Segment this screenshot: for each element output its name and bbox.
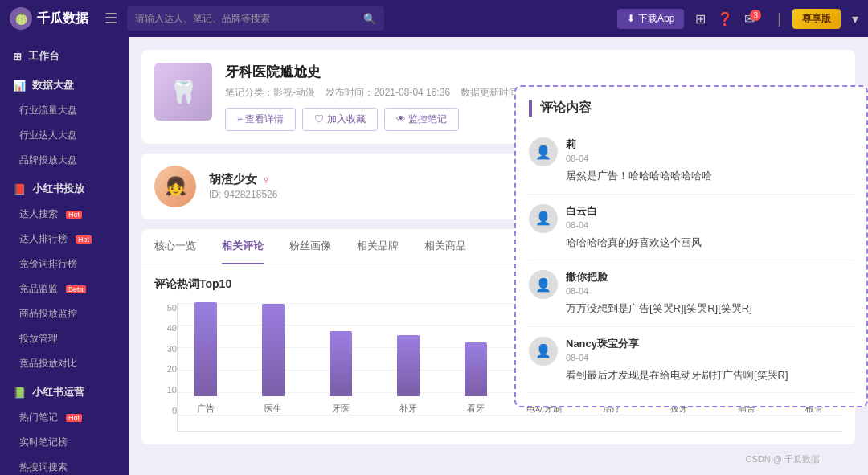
notification-icon[interactable]: ✉3: [744, 11, 766, 27]
tab-comments[interactable]: 相关评论: [222, 229, 264, 264]
download-icon: ⬇: [627, 13, 635, 24]
sidebar-item-competitor-monitor-label: 竞品监监: [19, 282, 58, 296]
tab-fans[interactable]: 粉丝画像: [289, 229, 331, 264]
y-label-30: 30: [154, 344, 177, 354]
comment-date: 08-04: [566, 286, 854, 296]
comment-body: 撒你把脸08-04万万没想到是广告[笑哭R][笑哭R][笑哭R]: [566, 270, 854, 317]
comments-list: 👤莉08-04居然是广告！哈哈哈哈哈哈哈哈👤白云白08-04哈哈哈哈真的好喜欢这…: [529, 128, 854, 393]
comment-panel: 评论内容 👤莉08-04居然是广告！哈哈哈哈哈哈哈哈👤白云白08-04哈哈哈哈真…: [514, 85, 868, 407]
y-label-10: 10: [154, 385, 177, 395]
author-verified-icon: ♀: [262, 174, 271, 186]
author-id: ID: 9428218526: [209, 189, 277, 200]
sidebar-item-workbench-label: 工作台: [28, 49, 59, 63]
comment-username: 撒你把脸: [566, 270, 854, 285]
bar-label-补牙: 补牙: [399, 403, 417, 415]
sidebar-item-realtime-notes-label: 实时笔记榜: [19, 436, 68, 449]
sidebar-item-delivery-manage[interactable]: 投放管理: [0, 326, 129, 351]
bar-label-医生: 医生: [264, 403, 282, 415]
sidebar-item-workbench[interactable]: ⊞ 工作台: [0, 43, 129, 69]
comment-text: 万万没想到是广告[笑哭R][笑哭R][笑哭R]: [566, 301, 854, 317]
bar-医生: [262, 304, 285, 396]
grid-icon[interactable]: ⊞: [695, 11, 706, 27]
bar-label-广告: 广告: [197, 403, 215, 415]
sidebar-item-hot-notes-label: 热门笔记: [19, 411, 58, 424]
comment-item: 👤白云白08-04哈哈哈哈真的好喜欢这个画风: [529, 195, 854, 261]
add-to-collect-button[interactable]: ♡ 加入收藏: [302, 108, 377, 131]
sidebar-item-industry-kol-label: 行业达人大盘: [19, 129, 77, 142]
sidebar-item-kol-search[interactable]: 达人搜索 Hot: [0, 202, 129, 227]
new-badge-competitor: Beta: [66, 285, 86, 293]
bar-group: 广告: [178, 302, 234, 415]
bar-牙医: [330, 331, 352, 396]
sidebar-item-delivery-control[interactable]: 商品投放监控: [0, 301, 129, 326]
xhs-delivery-icon: 📕: [13, 183, 26, 195]
view-detail-button[interactable]: ≡ 查看详情: [225, 108, 296, 131]
y-label-0: 0: [154, 406, 177, 416]
comment-panel-title: 评论内容: [529, 100, 854, 117]
bar-group: 看牙: [448, 302, 504, 415]
menu-icon[interactable]: ☰: [104, 10, 117, 27]
tab-products[interactable]: 相关商品: [424, 229, 466, 264]
author-name: 胡渣少女 ♀: [209, 172, 277, 187]
y-label-20: 20: [154, 364, 177, 374]
bar-group: 补牙: [380, 302, 436, 415]
notification-badge: 3: [750, 10, 761, 21]
comment-item: 👤Nancy珠宝分享08-04看到最后才发现是在给电动牙刷打广告啊[笑哭R]: [529, 327, 854, 394]
sidebar-item-industry-flow[interactable]: 行业流量大盘: [0, 98, 129, 123]
bar-补牙: [397, 335, 420, 396]
sidebar-item-industry-flow-label: 行业流量大盘: [19, 104, 77, 117]
sidebar-item-competitor-monitor[interactable]: 竞品监监 Beta: [0, 276, 129, 301]
sidebar-item-kol-search-label: 达人搜索: [19, 207, 58, 221]
search-bar[interactable]: 🔍: [127, 6, 384, 31]
monitor-note-button[interactable]: 👁 监控笔记: [384, 108, 459, 131]
vip-button[interactable]: 尊享版: [792, 9, 841, 29]
comment-body: Nancy珠宝分享08-04看到最后才发现是在给电动牙刷打广告啊[笑哭R]: [566, 337, 854, 383]
search-icon[interactable]: 🔍: [363, 13, 376, 25]
sidebar-item-delivery-compare[interactable]: 竞品投放对比: [0, 351, 129, 376]
sidebar-item-hot-search[interactable]: 热搜词搜索: [0, 455, 129, 475]
comment-username: 莉: [566, 137, 854, 152]
search-input[interactable]: [135, 13, 358, 24]
sidebar-item-data-board[interactable]: 📊 数据大盘: [0, 72, 129, 98]
comment-username: 白云白: [566, 204, 854, 219]
sidebar-item-industry-kol[interactable]: 行业达人大盘: [0, 123, 129, 148]
author-info: 胡渣少女 ♀ ID: 9428218526: [209, 172, 277, 200]
data-board-icon: 📊: [13, 80, 26, 92]
sidebar-section-data-board: 📊 数据大盘 行业流量大盘 行业达人大盘 品牌投放大盘: [0, 72, 129, 173]
sidebar-item-realtime-notes[interactable]: 实时笔记榜: [0, 430, 129, 455]
sidebar-item-hot-notes[interactable]: 热门笔记 Hot: [0, 405, 129, 430]
hot-badge-kol-rank: Hot: [76, 235, 92, 244]
y-axis-labels: 50 40 30 20 10 0: [154, 303, 177, 432]
comment-text: 哈哈哈哈真的好喜欢这个画风: [566, 235, 854, 251]
app-name: 千瓜数据: [37, 10, 88, 27]
author-avatar: 👧: [154, 166, 196, 207]
sidebar-item-xhs-operation[interactable]: 📗 小红书运营: [0, 379, 129, 405]
comment-item: 👤撒你把脸08-04万万没想到是广告[笑哭R][笑哭R][笑哭R]: [529, 260, 854, 327]
note-publish-time: 发布时间：2021-08-04 16:36: [326, 87, 450, 98]
download-app-button[interactable]: ⬇ 下载App: [617, 9, 684, 29]
top-navigation: 🍈 千瓜数据 ☰ 🔍 ⬇ 下载App ⊞ ❓ ✉3 | 尊享版 ▾: [0, 0, 868, 37]
sidebar-item-brand-delivery[interactable]: 品牌投放大盘: [0, 148, 129, 173]
sidebar-section-workbench: ⊞ 工作台: [0, 43, 129, 69]
sidebar-item-keyword-rank[interactable]: 竞价词排行榜: [0, 252, 129, 276]
comment-item: 👤莉08-04居然是广告！哈哈哈哈哈哈哈哈: [529, 128, 854, 195]
help-icon[interactable]: ❓: [717, 11, 733, 27]
sidebar-item-data-board-label: 数据大盘: [32, 78, 74, 92]
comment-text: 居然是广告！哈哈哈哈哈哈哈哈: [566, 168, 854, 184]
comment-avatar: 👤: [529, 270, 558, 299]
tab-overview[interactable]: 核心一览: [154, 229, 196, 264]
tab-brands[interactable]: 相关品牌: [357, 229, 399, 264]
sidebar-item-delivery-control-label: 商品投放监控: [19, 307, 77, 321]
sidebar-item-xhs-delivery[interactable]: 📕 小红书投放: [0, 176, 129, 202]
comment-avatar: 👤: [529, 137, 558, 166]
sidebar-item-kol-rank[interactable]: 达人排行榜 Hot: [0, 227, 129, 252]
dropdown-icon[interactable]: ▾: [852, 11, 858, 27]
bar-看牙: [465, 342, 487, 396]
y-label-50: 50: [154, 303, 177, 313]
comment-text: 看到最后才发现是在给电动牙刷打广告啊[笑哭R]: [566, 367, 854, 383]
sidebar-item-delivery-compare-label: 竞品投放对比: [19, 357, 77, 371]
bar-label-看牙: 看牙: [467, 403, 485, 415]
sidebar-item-hot-search-label: 热搜词搜索: [19, 461, 68, 474]
sidebar-item-delivery-manage-label: 投放管理: [19, 332, 58, 346]
comment-username: Nancy珠宝分享: [566, 337, 854, 351]
